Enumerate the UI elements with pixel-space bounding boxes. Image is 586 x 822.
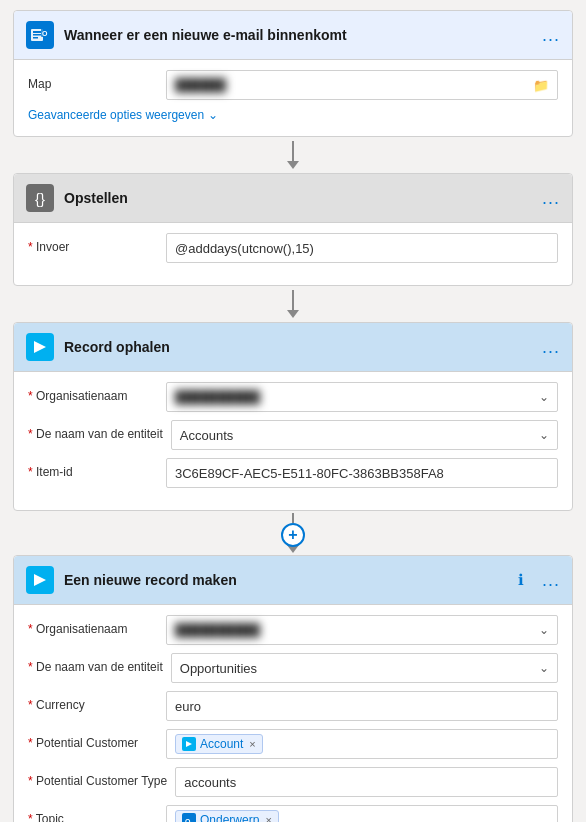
org-field-row-1: Organisatienaam ██████████ ⌄ bbox=[28, 382, 558, 412]
trigger-card: O Wanneer er een nieuwe e-mail binnenkom… bbox=[13, 10, 573, 137]
invoer-input[interactable] bbox=[166, 233, 558, 263]
org-field-row-2: Organisatienaam ██████████ ⌄ bbox=[28, 615, 558, 645]
chip-dynamics-icon bbox=[182, 737, 196, 751]
map-value: ██████ bbox=[175, 78, 226, 92]
potential-customer-input[interactable]: Account × bbox=[166, 729, 558, 759]
connector-plus: + bbox=[281, 513, 305, 553]
svg-marker-7 bbox=[34, 574, 46, 586]
entity-field-row-1: De naam van de entiteit Accounts ⌄ bbox=[28, 420, 558, 450]
entity-dropdown-arrow-1: ⌄ bbox=[539, 428, 549, 442]
record-fetch-header: Record ophalen ... bbox=[14, 323, 572, 372]
map-input[interactable]: ██████ 📁 bbox=[166, 70, 558, 100]
topic-chip[interactable]: O Onderwerp × bbox=[175, 810, 279, 822]
svg-text:O: O bbox=[42, 30, 48, 37]
trigger-card-actions: ... bbox=[542, 25, 560, 46]
info-icon[interactable]: ℹ bbox=[518, 571, 524, 589]
add-step-button[interactable]: + bbox=[281, 523, 305, 547]
advanced-options-link-1[interactable]: Geavanceerde opties weergeven ⌄ bbox=[28, 108, 558, 122]
dynamics-icon-1 bbox=[26, 333, 54, 361]
connector-2 bbox=[287, 286, 299, 322]
entity-field-row-2: De naam van de entiteit Opportunities ⌄ bbox=[28, 653, 558, 683]
entity-label-2: De naam van de entiteit bbox=[28, 653, 163, 674]
compose-card-menu[interactable]: ... bbox=[542, 188, 560, 209]
currency-field-row: Currency bbox=[28, 691, 558, 721]
invoer-label: Invoer bbox=[28, 233, 158, 254]
connector-1 bbox=[287, 137, 299, 173]
topic-field-row: Topic O Onderwerp × bbox=[28, 805, 558, 822]
chip-outlook-icon: O bbox=[182, 813, 196, 822]
org-dropdown-arrow-1: ⌄ bbox=[539, 390, 549, 404]
org-input-1[interactable]: ██████████ ⌄ bbox=[166, 382, 558, 412]
create-record-header-right: ℹ ... bbox=[518, 570, 560, 591]
topic-chip-remove-icon[interactable]: × bbox=[265, 814, 271, 822]
trigger-card-body: Map ██████ 📁 Geavanceerde opties weergev… bbox=[14, 60, 572, 136]
chip-remove-icon[interactable]: × bbox=[249, 738, 255, 750]
connector-line-1 bbox=[292, 141, 294, 161]
potential-customer-type-label: Potential Customer Type bbox=[28, 767, 167, 788]
record-fetch-menu[interactable]: ... bbox=[542, 337, 560, 358]
create-record-title: Een nieuwe record maken bbox=[64, 572, 518, 588]
org-dropdown-arrow-2: ⌄ bbox=[539, 623, 549, 637]
folder-icon: 📁 bbox=[533, 78, 549, 93]
itemid-input[interactable] bbox=[166, 458, 558, 488]
potential-customer-type-input[interactable] bbox=[175, 767, 558, 797]
compose-icon: {} bbox=[26, 184, 54, 212]
compose-card-title: Opstellen bbox=[64, 190, 542, 206]
entity-value-2: Opportunities bbox=[180, 661, 257, 676]
entity-input-1[interactable]: Accounts ⌄ bbox=[171, 420, 558, 450]
map-label: Map bbox=[28, 70, 158, 91]
org-label-2: Organisatienaam bbox=[28, 615, 158, 636]
org-input-2[interactable]: ██████████ ⌄ bbox=[166, 615, 558, 645]
record-fetch-title: Record ophalen bbox=[64, 339, 542, 355]
create-record-body: Organisatienaam ██████████ ⌄ De naam van… bbox=[14, 605, 572, 822]
trigger-card-menu[interactable]: ... bbox=[542, 25, 560, 46]
entity-dropdown-arrow-2: ⌄ bbox=[539, 661, 549, 675]
connector-arrow-2 bbox=[287, 310, 299, 318]
chip-label: Account bbox=[200, 737, 243, 751]
invoer-field-row: Invoer bbox=[28, 233, 558, 263]
connector-arrow-1 bbox=[287, 161, 299, 169]
record-fetch-card: Record ophalen ... Organisatienaam █████… bbox=[13, 322, 573, 511]
svg-marker-8 bbox=[186, 741, 192, 747]
compose-card-body: Invoer bbox=[14, 223, 572, 285]
outlook-icon: O bbox=[26, 21, 54, 49]
org-value-1: ██████████ bbox=[175, 390, 260, 404]
create-record-card: Een nieuwe record maken ℹ ... Organisati… bbox=[13, 555, 573, 822]
currency-input[interactable] bbox=[166, 691, 558, 721]
svg-rect-2 bbox=[33, 34, 41, 36]
entity-label-1: De naam van de entiteit bbox=[28, 420, 163, 441]
map-field-row: Map ██████ 📁 bbox=[28, 70, 558, 100]
org-label-1: Organisatienaam bbox=[28, 382, 158, 403]
potential-customer-type-field-row: Potential Customer Type bbox=[28, 767, 558, 797]
org-value-2: ██████████ bbox=[175, 623, 260, 637]
topic-input[interactable]: O Onderwerp × bbox=[166, 805, 558, 822]
svg-text:O: O bbox=[185, 818, 191, 822]
compose-card-header: {} Opstellen ... bbox=[14, 174, 572, 223]
svg-rect-1 bbox=[33, 31, 41, 33]
create-record-header: Een nieuwe record maken ℹ ... bbox=[14, 556, 572, 605]
create-record-menu[interactable]: ... bbox=[542, 570, 560, 591]
itemid-field-row: Item-id bbox=[28, 458, 558, 488]
account-chip[interactable]: Account × bbox=[175, 734, 263, 754]
compose-card: {} Opstellen ... Invoer bbox=[13, 173, 573, 286]
topic-label: Topic bbox=[28, 805, 158, 822]
dynamics-icon-2 bbox=[26, 566, 54, 594]
connector-plus-line-top bbox=[292, 513, 294, 523]
currency-label: Currency bbox=[28, 691, 158, 712]
connector-line-2 bbox=[292, 290, 294, 310]
record-fetch-body: Organisatienaam ██████████ ⌄ De naam van… bbox=[14, 372, 572, 510]
entity-input-2[interactable]: Opportunities ⌄ bbox=[171, 653, 558, 683]
potential-customer-field-row: Potential Customer Account × bbox=[28, 729, 558, 759]
entity-value-1: Accounts bbox=[180, 428, 233, 443]
itemid-label: Item-id bbox=[28, 458, 158, 479]
chevron-down-icon-1: ⌄ bbox=[208, 108, 218, 122]
trigger-card-header: O Wanneer er een nieuwe e-mail binnenkom… bbox=[14, 11, 572, 60]
trigger-card-title: Wanneer er een nieuwe e-mail binnenkomt bbox=[64, 27, 542, 43]
topic-chip-label: Onderwerp bbox=[200, 813, 259, 822]
svg-rect-3 bbox=[33, 37, 38, 39]
potential-customer-label: Potential Customer bbox=[28, 729, 158, 750]
svg-marker-6 bbox=[34, 341, 46, 353]
